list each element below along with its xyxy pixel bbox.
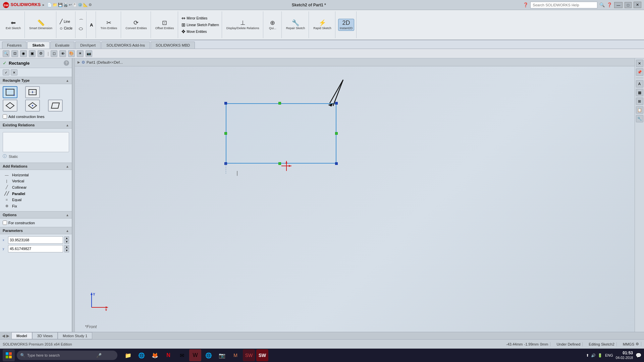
add-relations-section-header[interactable]: Add Relations ▲ bbox=[0, 163, 72, 170]
scene-icon[interactable]: ☀ bbox=[77, 50, 84, 57]
y-param-input[interactable] bbox=[8, 245, 63, 252]
panel-splitter[interactable] bbox=[72, 58, 75, 332]
network-icon[interactable]: ⬆ bbox=[586, 353, 589, 358]
taskbar-mail[interactable]: ✉ bbox=[176, 349, 188, 361]
right-panel-btn2[interactable]: ▦ bbox=[636, 89, 643, 96]
rect-type-parallelogram[interactable] bbox=[48, 100, 63, 112]
taskbar-search-input[interactable] bbox=[27, 353, 94, 357]
search-button[interactable]: 🔍 bbox=[599, 2, 605, 7]
x-param-up[interactable]: ▲ bbox=[64, 236, 69, 240]
linear-pattern-button[interactable]: ⊞ Linear Sketch Pattern bbox=[180, 22, 220, 28]
relation-fix[interactable]: ⊕ Fix bbox=[3, 203, 69, 209]
tree-collapse-arrow[interactable]: ▶ bbox=[77, 60, 80, 64]
section-icon[interactable]: ▣ bbox=[29, 50, 36, 57]
y-param-down[interactable]: ▼ bbox=[64, 249, 69, 252]
text-button[interactable]: A bbox=[89, 22, 94, 28]
rapid-sketch-button[interactable]: ⚡ Rapid Sketch bbox=[312, 19, 333, 31]
appearance-icon[interactable]: 🎨 bbox=[68, 50, 75, 57]
taskbar-fileexplorer[interactable]: 📁 bbox=[122, 349, 134, 361]
construction-lines-checkbox[interactable] bbox=[3, 114, 7, 119]
exit-sketch-button[interactable]: ⬅ Exit Sketch bbox=[4, 19, 22, 31]
arc-button[interactable]: ⌒ bbox=[77, 18, 85, 25]
display-delete-button[interactable]: ⊥ Display/Delete Relations bbox=[225, 19, 261, 31]
taskbar-app2[interactable]: SW bbox=[243, 349, 255, 361]
panel-ok-button[interactable]: ✓ bbox=[3, 60, 7, 66]
right-panel-btn4[interactable]: 📋 bbox=[636, 106, 643, 114]
filter-icon[interactable]: 🔍 bbox=[3, 50, 9, 57]
hide-show-icon[interactable]: 👁 bbox=[59, 50, 66, 57]
panel-help-button[interactable]: ? bbox=[64, 60, 69, 66]
tab-evaluate[interactable]: Evaluate bbox=[50, 42, 75, 49]
view-setting-icon[interactable]: ⚙ bbox=[38, 50, 44, 57]
right-panel-btn1[interactable]: A bbox=[636, 80, 643, 87]
nav-left[interactable]: ◀ bbox=[1, 334, 6, 338]
x-param-down[interactable]: ▼ bbox=[64, 240, 69, 244]
for-construction-checkbox[interactable] bbox=[3, 221, 7, 225]
relation-equal[interactable]: = Equal bbox=[3, 197, 69, 203]
parameters-section-header[interactable]: Parameters ▲ bbox=[0, 227, 72, 234]
convert-entities-button[interactable]: ⟳ Convert Entities bbox=[124, 19, 149, 31]
taskbar-edge[interactable]: 🌐 bbox=[136, 349, 148, 361]
instant2d-button[interactable]: 2D Instant2D bbox=[338, 19, 355, 31]
trim-entities-button[interactable]: ✂ Trim Entities bbox=[99, 19, 119, 31]
tab-sketch[interactable]: Sketch bbox=[27, 42, 49, 49]
for-construction-check[interactable]: For construction bbox=[3, 221, 69, 225]
options-section-header[interactable]: Options ▲ bbox=[0, 211, 72, 219]
clock[interactable]: 01:53 04-02-2018 bbox=[616, 351, 633, 360]
nav-right[interactable]: ▶ bbox=[6, 334, 10, 338]
minimize-btn[interactable]: — bbox=[614, 2, 623, 8]
taskbar-camera[interactable]: 📷 bbox=[216, 349, 228, 361]
right-panel-close[interactable]: ✕ bbox=[636, 60, 643, 67]
relation-vertical[interactable]: | Vertical bbox=[3, 178, 69, 184]
tab-dimxpert[interactable]: DimXpert bbox=[75, 42, 101, 49]
zoom-icon[interactable]: ⊡ bbox=[11, 50, 18, 57]
maximize-btn[interactable]: □ bbox=[625, 2, 632, 8]
construction-lines-check[interactable]: Add construction lines bbox=[3, 114, 69, 119]
move-entities-button[interactable]: ✥ Move Entities bbox=[180, 28, 220, 35]
tab-3dviews[interactable]: 3D Views bbox=[32, 332, 58, 339]
microphone-icon[interactable]: 🎤 bbox=[96, 353, 102, 358]
battery-icon[interactable]: 🔋 bbox=[598, 353, 602, 358]
tab-motion-study[interactable]: Motion Study 1 bbox=[58, 332, 92, 339]
ellipse-button[interactable]: ⬭ bbox=[77, 25, 85, 32]
quick-snaps-button[interactable]: ⊕ Qui... bbox=[266, 19, 279, 31]
rect-type-center-corner[interactable] bbox=[25, 86, 40, 98]
help-btn[interactable]: ❓ bbox=[607, 2, 612, 7]
tab-addins[interactable]: SOLIDWORKS Add-Ins bbox=[101, 42, 150, 49]
y-param-up[interactable]: ▲ bbox=[64, 245, 69, 249]
circle-button[interactable]: ○ Circle bbox=[58, 25, 74, 31]
tab-mbd[interactable]: SOLIDWORKS MBD bbox=[151, 42, 195, 49]
taskbar-chrome[interactable]: 🌐 bbox=[203, 349, 215, 361]
rect-type-corner[interactable] bbox=[3, 86, 17, 98]
close-btn[interactable]: ✕ bbox=[634, 2, 641, 8]
offset-entities-button[interactable]: ⊡ Offset Entities bbox=[154, 19, 176, 31]
volume-icon[interactable]: 🔊 bbox=[591, 353, 596, 358]
existing-relations-section-header[interactable]: Existing Relations ▲ bbox=[0, 121, 72, 129]
line-button[interactable]: ╱ Line bbox=[58, 18, 74, 24]
taskbar-matlab[interactable]: M bbox=[229, 349, 241, 361]
taskbar-app1[interactable]: W bbox=[189, 349, 201, 361]
view-orient-icon[interactable]: ◉ bbox=[20, 50, 27, 57]
repair-sketch-button[interactable]: 🔧 Repair Sketch bbox=[284, 19, 307, 31]
relation-parallel[interactable]: ╱╱ Parallel bbox=[3, 190, 69, 197]
sketch-canvas[interactable]: Y X bbox=[75, 66, 635, 332]
display-style-icon[interactable]: ◻ bbox=[51, 50, 57, 57]
rectangle-type-section-header[interactable]: Rectangle Type ▲ bbox=[0, 77, 72, 84]
canvas-area[interactable]: ▶ ⚙ Part1 (Default<<Def... Y X bbox=[75, 58, 644, 332]
panel-cancel-action[interactable]: ✕ bbox=[11, 69, 17, 75]
relation-horizontal[interactable]: — Horizontal bbox=[3, 172, 69, 178]
taskbar-netflix[interactable]: N bbox=[162, 349, 174, 361]
tab-model[interactable]: Model bbox=[11, 332, 32, 339]
tab-features[interactable]: Features bbox=[2, 42, 26, 49]
taskbar-solidworks[interactable]: SW bbox=[256, 349, 268, 361]
notification-icon[interactable]: 💬 bbox=[636, 353, 641, 358]
right-panel-pin[interactable]: 📌 bbox=[636, 68, 643, 76]
right-panel-btn5[interactable]: 🔧 bbox=[636, 115, 643, 122]
mirror-entities-button[interactable]: ⇔ Mirror Entities bbox=[180, 15, 220, 21]
camera-icon[interactable]: 📷 bbox=[86, 50, 92, 57]
relation-collinear[interactable]: ╱ Collinear bbox=[3, 184, 69, 190]
smart-dimension-button[interactable]: 📏 Smart Dimension bbox=[28, 19, 54, 31]
rect-type-center-diamond[interactable] bbox=[25, 100, 40, 112]
search-input[interactable] bbox=[530, 2, 597, 8]
start-button[interactable] bbox=[3, 349, 15, 361]
